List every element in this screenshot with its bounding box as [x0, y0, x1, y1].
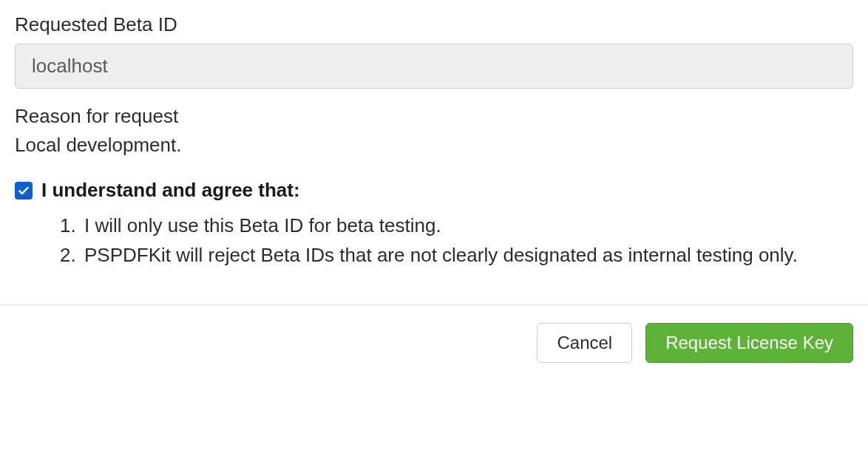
agreement-row: I understand and agree that:: [15, 179, 853, 202]
beta-id-group: Requested Beta ID: [15, 13, 853, 89]
agreement-heading: I understand and agree that:: [41, 179, 300, 202]
cancel-button[interactable]: Cancel: [537, 323, 632, 363]
button-row: Cancel Request License Key: [15, 305, 853, 381]
request-license-key-button[interactable]: Request License Key: [645, 323, 853, 363]
agreement-checkbox[interactable]: [15, 182, 33, 200]
beta-id-input[interactable]: [15, 44, 853, 89]
agreement-item: I will only use this Beta ID for beta te…: [81, 212, 853, 240]
agreement-item: PSPDFKit will reject Beta IDs that are n…: [81, 242, 853, 270]
agreement-checkbox-wrap: [15, 182, 33, 200]
beta-id-label: Requested Beta ID: [15, 13, 853, 36]
reason-group: Reason for request Local development.: [15, 105, 853, 157]
checkmark-icon: [18, 185, 30, 197]
reason-label: Reason for request: [15, 105, 853, 128]
agreement-list: I will only use this Beta ID for beta te…: [15, 212, 853, 269]
reason-value: Local development.: [15, 134, 853, 157]
